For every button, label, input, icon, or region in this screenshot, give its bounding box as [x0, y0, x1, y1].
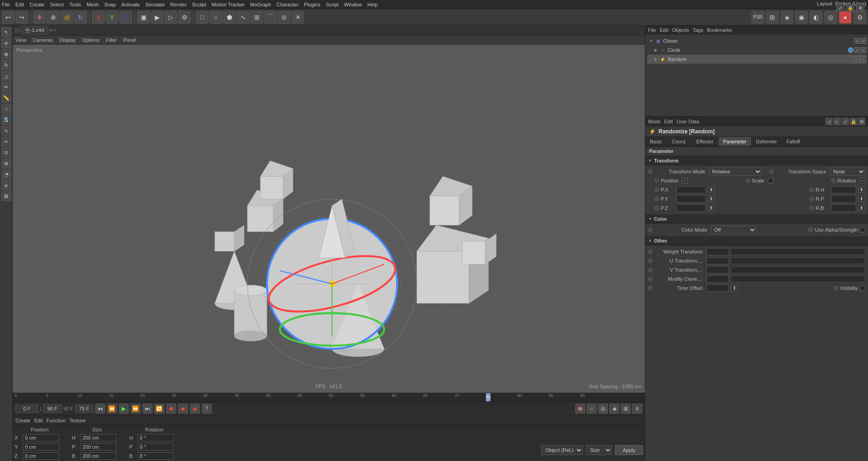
options-button[interactable]: ⚙ — [853, 11, 866, 24]
attr-nav-back[interactable]: ◁ — [825, 118, 832, 125]
scene-button[interactable]: ◎ — [824, 11, 837, 24]
loop-button[interactable]: 🔁 — [154, 404, 164, 414]
apply-button[interactable]: Apply — [615, 445, 643, 455]
obj-menu-bookmarks[interactable]: Bookmarks — [707, 27, 732, 33]
viewport-close-tab[interactable]: ✕ — [49, 28, 53, 33]
time-offset-anim[interactable]: ⬆ — [731, 285, 738, 291]
end-frame-input[interactable] — [75, 405, 93, 413]
rot-p-input[interactable] — [138, 443, 174, 451]
rh-anim-button[interactable]: ⬆ — [858, 187, 865, 193]
attr-tab-parameter[interactable]: Parameter — [719, 137, 751, 146]
rb-input[interactable]: 40° — [831, 204, 856, 212]
tool-rotate[interactable]: ↻ — [1, 60, 11, 70]
spline-button[interactable]: ∿ — [237, 11, 250, 24]
playhead[interactable]: 75 — [486, 393, 490, 401]
move-tool-button[interactable]: ⊕ — [47, 11, 60, 24]
pz-input[interactable]: 314 cm — [676, 204, 706, 212]
attr-menu-edit[interactable]: Edit — [664, 119, 673, 124]
v-transform-input[interactable]: 0 % — [706, 266, 729, 274]
size-mode-select[interactable]: Size Scale — [586, 445, 612, 455]
cloner-render-check[interactable]: ✓ — [861, 38, 866, 44]
attr-tab-coord[interactable]: Coord. — [667, 137, 692, 146]
tool-polygon[interactable]: △ — [1, 71, 11, 81]
transport-4[interactable]: ◈ — [609, 404, 619, 414]
circle-render-check[interactable]: ✓ — [861, 47, 866, 53]
pz-anim-button[interactable]: ⬆ — [708, 205, 715, 211]
record-button[interactable]: ⏺ — [166, 404, 176, 414]
transport-5[interactable]: ⊞ — [621, 404, 631, 414]
render-active-button[interactable]: ▷ — [164, 11, 177, 24]
menu-sculpt[interactable]: Sculpt — [192, 2, 206, 7]
render-preview-button[interactable]: ▶ — [151, 11, 163, 24]
tool-magnet[interactable]: ⊗ — [1, 158, 11, 168]
modify-clone-slider[interactable] — [731, 276, 865, 282]
menu-file[interactable]: File — [2, 2, 10, 7]
menu-simulate[interactable]: Simulate — [145, 2, 165, 7]
tool-sculpt[interactable]: ⌂ — [1, 104, 11, 114]
obj-menu-edit[interactable]: Edit — [660, 27, 669, 33]
attr-tab-falloff[interactable]: Falloff — [782, 137, 805, 146]
scale-check[interactable] — [768, 178, 773, 183]
attr-lock[interactable]: 🔒 — [850, 118, 857, 125]
weight-transform-slider[interactable] — [731, 248, 865, 255]
viewport-menu-options[interactable]: Options — [82, 37, 99, 43]
modify-clone-input[interactable]: 0 % — [706, 275, 729, 283]
timeline-ruler[interactable]: 0 5 10 15 20 25 30 35 40 45 50 55 60 65 … — [13, 393, 645, 401]
tree-item-cloner[interactable]: ▼ ⊞ Cloner ✓ ✓ — [647, 36, 866, 46]
circle-visible-check[interactable]: ✓ — [854, 47, 860, 53]
bottom-menu-create[interactable]: Create — [15, 418, 31, 423]
px-anim-button[interactable]: ⬆ — [708, 187, 715, 193]
rp-input[interactable]: 75° — [831, 195, 856, 203]
viewport-lock-button[interactable]: 🔒 — [846, 4, 854, 12]
viewport-maximize-button[interactable]: ⤢ — [836, 4, 844, 12]
attr-nav-forward[interactable]: ▷ — [833, 118, 841, 125]
obj-menu-objects[interactable]: Objects — [672, 27, 689, 33]
rotate-tool-button[interactable]: ↻ — [74, 11, 87, 24]
circle-color-dot[interactable] — [848, 47, 853, 53]
viewport-menu-filter[interactable]: Filter — [106, 37, 117, 43]
v-transform-slider[interactable] — [731, 267, 865, 273]
transform-space-select[interactable]: Node World — [830, 167, 865, 176]
bend-button[interactable]: ⌒ — [264, 11, 277, 24]
redo-button[interactable]: ↪ — [15, 11, 28, 24]
bottom-menu-function[interactable]: Function — [46, 418, 66, 423]
play-button[interactable]: ▶ — [119, 404, 129, 414]
tool-spline[interactable]: ∿ — [1, 126, 11, 136]
viewport-settings-button[interactable]: ⚙ — [856, 4, 864, 12]
size-p-input[interactable] — [80, 443, 117, 451]
menu-mesh[interactable]: Mesh — [87, 2, 99, 7]
attr-menu-mode[interactable]: Mode — [648, 119, 661, 124]
tool-knife[interactable]: ✂ — [1, 137, 11, 147]
time-offset-input[interactable]: 0 F — [706, 284, 729, 292]
menu-render[interactable]: Render — [170, 2, 187, 7]
use-alpha-check[interactable] — [860, 227, 865, 233]
frame-range-input[interactable] — [43, 405, 61, 413]
motion-path-button[interactable]: ? — [202, 404, 212, 414]
menu-create[interactable]: Create — [30, 2, 45, 7]
menu-mograph[interactable]: MoGraph — [250, 2, 271, 7]
material-button[interactable]: ◐ — [810, 11, 822, 24]
size-b-input[interactable] — [80, 452, 117, 460]
tool-loop[interactable]: ⊙ — [1, 147, 11, 157]
other-section-header[interactable]: ▼ Other — [645, 236, 868, 245]
transform-mode-select[interactable]: Relative Absolute — [709, 167, 762, 176]
tool-mirror[interactable]: ⊠ — [1, 191, 11, 201]
render-settings-button[interactable]: ⚙ — [178, 11, 191, 24]
size-h-input[interactable] — [80, 434, 117, 441]
tool-scale[interactable]: ⊕ — [1, 49, 11, 59]
object-rel-select[interactable]: Object (Rel.) World — [541, 445, 583, 455]
light-button[interactable]: ☀ — [291, 11, 304, 24]
menu-plugins[interactable]: Plugins — [304, 2, 320, 7]
viewport-menu-panel[interactable]: Panel — [123, 37, 136, 43]
viewport-menu-cameras[interactable]: Cameras — [33, 37, 53, 43]
viewport-add-tab[interactable]: + — [54, 28, 56, 33]
menu-edit[interactable]: Edit — [15, 2, 24, 7]
tool-move[interactable]: ✛ — [1, 38, 11, 48]
random-visible-check[interactable]: ✓ — [854, 56, 860, 62]
viewport-menu-display[interactable]: Display — [59, 37, 76, 43]
rotation-check[interactable]: ✓ — [860, 178, 865, 183]
obj-menu-file[interactable]: File — [648, 27, 656, 33]
pos-y-input[interactable] — [23, 443, 59, 451]
py-anim-button[interactable]: ⬆ — [708, 196, 715, 202]
current-frame-input[interactable] — [15, 405, 38, 413]
